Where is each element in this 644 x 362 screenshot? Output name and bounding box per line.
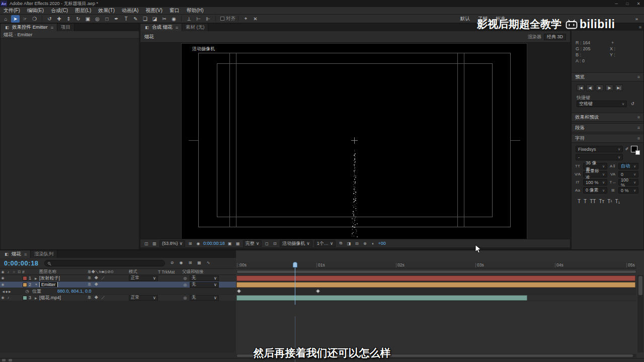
faux-style-button[interactable]: Tᴛ xyxy=(599,199,604,204)
fast-previews-icon[interactable]: ◨ xyxy=(346,240,352,246)
faux-style-button[interactable]: T₁ xyxy=(615,199,620,204)
type-tool-icon[interactable]: T xyxy=(122,15,130,23)
faux-style-button[interactable]: T xyxy=(584,199,587,204)
pan-camera-tool-icon[interactable]: ✚ xyxy=(55,15,63,23)
minimize-button[interactable]: ─ xyxy=(611,0,622,7)
tracking-select[interactable]: 0∨ xyxy=(618,171,638,177)
eyedropper-icon[interactable]: ✐ xyxy=(624,146,630,152)
show-snapshot-icon[interactable]: ▦ xyxy=(235,240,241,246)
current-time-button[interactable]: 0:00:00:18 xyxy=(203,241,225,246)
play-button[interactable]: ▶ xyxy=(596,84,604,91)
eye-icon[interactable]: ◉ xyxy=(0,276,6,280)
magnification-grid-icon[interactable]: ▥ xyxy=(151,240,157,246)
twirl-icon[interactable]: ▶ xyxy=(35,296,39,300)
cti-head[interactable] xyxy=(293,262,297,267)
layer-switches[interactable]: 单 ◆ xyxy=(88,282,129,287)
shy-icon[interactable]: ⊘ xyxy=(169,259,175,265)
eye-icon[interactable]: ◉ xyxy=(0,283,6,287)
panel-menu-icon[interactable]: ≡ xyxy=(637,74,640,79)
first-frame-button[interactable]: |◀ xyxy=(577,84,585,91)
twirl-icon[interactable]: ▼ xyxy=(35,283,39,286)
always-preview-icon[interactable]: ◫ xyxy=(143,240,149,246)
workspace-overflow-button[interactable]: » xyxy=(631,16,642,22)
parent-column-header[interactable]: 父级和链接 xyxy=(182,269,204,275)
timeline-vertical-scrollbar[interactable] xyxy=(637,275,643,352)
font-family-select[interactable]: Fixedsys∨ xyxy=(576,146,623,152)
switches-column-header[interactable]: 单◆＼fx■◎⊘⊙ xyxy=(88,269,129,275)
character-section-header[interactable]: 字符 ≡ xyxy=(572,134,643,143)
maximize-button[interactable]: □ xyxy=(622,0,633,7)
layer-duration-bar[interactable] xyxy=(236,282,635,288)
menu-layer[interactable]: 图层(L) xyxy=(71,7,95,15)
mask-clear-icon[interactable]: ✕ xyxy=(251,15,260,23)
panel-menu-icon[interactable]: ≡ xyxy=(637,125,640,130)
camera-tool-icon[interactable]: ▣ xyxy=(84,15,92,23)
exposure-value[interactable]: +00 xyxy=(378,241,385,246)
pickwhip-icon[interactable]: ◎ xyxy=(182,295,188,301)
tab-render-queue[interactable]: 渲染队列 xyxy=(31,250,57,258)
stopwatch-icon[interactable]: ◷ xyxy=(24,288,30,294)
pickwhip-icon[interactable]: ◎ xyxy=(182,282,188,288)
transparency-grid-icon[interactable]: ⊡ xyxy=(272,240,278,246)
mode-select[interactable]: 正常∨ xyxy=(129,276,158,281)
pickwhip-icon[interactable]: ◎ xyxy=(182,275,188,281)
track-row-1[interactable] xyxy=(236,275,636,282)
pixel-aspect-icon[interactable]: ⧉ xyxy=(338,240,344,246)
menu-help[interactable]: 帮助(H) xyxy=(183,7,207,15)
twirl-icon[interactable]: ▶ xyxy=(35,277,39,280)
parent-select[interactable]: 无∨ xyxy=(190,282,219,288)
close-button[interactable]: ✕ xyxy=(633,0,644,7)
dolly-camera-tool-icon[interactable]: ⇕ xyxy=(64,15,73,23)
tab-timeline-comp[interactable]: ◧ 烟花 ≡ xyxy=(0,250,31,258)
leading-select[interactable]: 自动∨ xyxy=(618,163,638,169)
roto-brush-tool-icon[interactable]: ✂ xyxy=(160,15,169,23)
layer-duration-bar[interactable] xyxy=(236,276,635,281)
faux-style-button[interactable]: T¹ xyxy=(607,199,612,204)
audio-icon[interactable]: ♪ xyxy=(6,296,11,300)
clone-stamp-tool-icon[interactable]: ❏ xyxy=(141,15,149,23)
tab-project[interactable]: 项目 xyxy=(57,24,74,31)
effects-presets-section-header[interactable]: 效果和预设 ≡ xyxy=(572,113,643,122)
shape-tool-icon[interactable]: □ xyxy=(103,15,111,23)
renderer-control[interactable]: 渲染器 经典 3D xyxy=(528,34,566,40)
tab-footage[interactable]: 素材 (无) xyxy=(182,24,208,31)
stroke-color-swatch[interactable] xyxy=(635,150,640,155)
reset-icon[interactable]: ↺ xyxy=(629,101,635,107)
tab-effect-controls[interactable]: ◧ 效果控件 Emitter ≡ xyxy=(1,24,57,31)
layer-duration-bar[interactable] xyxy=(236,295,527,301)
eye-icon[interactable]: ◉ xyxy=(0,296,6,300)
brush-tool-icon[interactable]: ✎ xyxy=(131,15,140,23)
renderer-value[interactable]: 经典 3D xyxy=(544,34,566,40)
panel-menu-icon[interactable]: ≡ xyxy=(637,115,640,120)
faux-style-button[interactable]: TT xyxy=(590,199,596,204)
current-time-indicator[interactable] xyxy=(295,262,295,305)
keyframe-icon[interactable] xyxy=(236,289,240,293)
next-frame-button[interactable]: |▶ xyxy=(605,84,613,91)
label-color-chip[interactable] xyxy=(23,296,27,300)
label-color-chip[interactable] xyxy=(23,276,27,281)
shortcut-select[interactable]: 空格键∨ xyxy=(577,101,627,107)
last-frame-button[interactable]: ▶| xyxy=(615,84,623,91)
mode-select[interactable]: 正常∨ xyxy=(129,295,158,301)
layer-name-column-header[interactable]: 图层名称 xyxy=(39,269,88,275)
track-row-2[interactable] xyxy=(236,282,636,288)
position-property-row[interactable]: ◀ ◆ ▶ ◷ 位置 880.0, 804.1, 0.0 xyxy=(0,288,236,295)
tab-composition[interactable]: ◧ 合成 烟花 ≡ xyxy=(140,24,182,31)
flowchart-icon[interactable]: ⊕ xyxy=(362,240,368,246)
baseline-shift-select[interactable]: 0 像素∨ xyxy=(583,187,607,194)
orbit-camera-tool-icon[interactable]: ↺ xyxy=(45,15,54,23)
timeline-search-input[interactable] xyxy=(44,260,165,266)
snap-checkbox[interactable] xyxy=(220,17,224,21)
layer-row-3[interactable]: ◉♪ 3 ▶ [烟花.mp4] 单 ◆ ／ 正常∨ ◎ 无∨ xyxy=(0,295,236,301)
layer-name[interactable]: [烟花.mp4] xyxy=(39,295,88,301)
menu-animation[interactable]: 动画(A) xyxy=(118,7,142,15)
view-camera-select[interactable]: 活动摄像机∨ xyxy=(280,240,312,247)
keyframe-icon[interactable] xyxy=(316,289,320,293)
vertical-scale-select[interactable]: 100 %∨ xyxy=(583,179,607,186)
position-value[interactable]: 880.0, 804.1, 0.0 xyxy=(57,289,92,294)
paragraph-section-header[interactable]: 段落 ≡ xyxy=(572,123,643,132)
timeline-jump-icon[interactable]: ⊟ xyxy=(354,240,360,246)
view-layout-select[interactable]: 1个…∨ xyxy=(314,240,336,247)
menu-effect[interactable]: 效果(T) xyxy=(95,7,118,15)
panel-menu-icon[interactable]: ≡ xyxy=(637,136,640,141)
